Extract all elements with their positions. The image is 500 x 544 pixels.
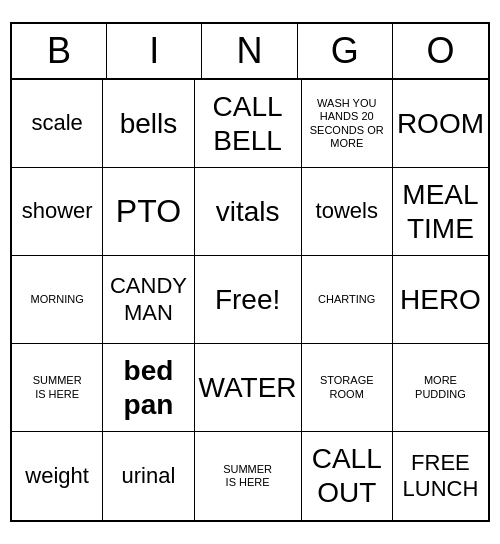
bingo-cell-23: CALL OUT	[302, 432, 393, 520]
cell-text-6: PTO	[116, 192, 181, 230]
bingo-cell-24: FREE LUNCH	[393, 432, 488, 520]
header-letter-o: O	[393, 24, 488, 78]
cell-text-14: HERO	[400, 283, 481, 317]
bingo-cell-22: SUMMER IS HERE	[195, 432, 302, 520]
cell-text-3: WASH YOU HANDS 20 SECONDS OR MORE	[306, 97, 388, 150]
bingo-cell-1: bells	[103, 80, 194, 168]
cell-text-9: MEAL TIME	[402, 178, 478, 245]
bingo-cell-14: HERO	[393, 256, 488, 344]
cell-text-7: vitals	[216, 195, 280, 229]
bingo-cell-13: CHARTING	[302, 256, 393, 344]
bingo-cell-5: shower	[12, 168, 103, 256]
bingo-cell-3: WASH YOU HANDS 20 SECONDS OR MORE	[302, 80, 393, 168]
bingo-cell-4: ROOM	[393, 80, 488, 168]
cell-text-11: CANDY MAN	[110, 273, 187, 326]
bingo-cell-21: urinal	[103, 432, 194, 520]
bingo-cell-11: CANDY MAN	[103, 256, 194, 344]
cell-text-20: weight	[25, 463, 89, 489]
cell-text-1: bells	[120, 107, 178, 141]
bingo-header: BINGO	[12, 24, 488, 80]
header-letter-i: I	[107, 24, 202, 78]
cell-text-13: CHARTING	[318, 293, 375, 306]
bingo-cell-17: WATER	[195, 344, 302, 432]
header-letter-g: G	[298, 24, 393, 78]
bingo-cell-16: bed pan	[103, 344, 194, 432]
cell-text-22: SUMMER IS HERE	[223, 463, 272, 489]
cell-text-10: MORNING	[31, 293, 84, 306]
bingo-cell-19: MORE PUDDING	[393, 344, 488, 432]
cell-text-19: MORE PUDDING	[415, 374, 466, 400]
cell-text-0: scale	[31, 110, 82, 136]
bingo-cell-10: MORNING	[12, 256, 103, 344]
cell-text-2: CALL BELL	[213, 90, 283, 157]
cell-text-18: STORAGE ROOM	[320, 374, 374, 400]
cell-text-5: shower	[22, 198, 93, 224]
bingo-cell-2: CALL BELL	[195, 80, 302, 168]
cell-text-24: FREE LUNCH	[403, 450, 479, 503]
bingo-cell-12: Free!	[195, 256, 302, 344]
cell-text-16: bed pan	[124, 354, 174, 421]
bingo-grid: scalebellsCALL BELLWASH YOU HANDS 20 SEC…	[12, 80, 488, 520]
bingo-cell-9: MEAL TIME	[393, 168, 488, 256]
cell-text-8: towels	[316, 198, 378, 224]
header-letter-b: B	[12, 24, 107, 78]
bingo-cell-0: scale	[12, 80, 103, 168]
bingo-cell-18: STORAGE ROOM	[302, 344, 393, 432]
header-letter-n: N	[202, 24, 297, 78]
cell-text-21: urinal	[122, 463, 176, 489]
cell-text-12: Free!	[215, 283, 280, 317]
bingo-cell-7: vitals	[195, 168, 302, 256]
cell-text-15: SUMMER IS HERE	[33, 374, 82, 400]
bingo-cell-6: PTO	[103, 168, 194, 256]
cell-text-4: ROOM	[397, 107, 484, 141]
bingo-card: BINGO scalebellsCALL BELLWASH YOU HANDS …	[10, 22, 490, 522]
cell-text-17: WATER	[199, 371, 297, 405]
bingo-cell-8: towels	[302, 168, 393, 256]
bingo-cell-20: weight	[12, 432, 103, 520]
bingo-cell-15: SUMMER IS HERE	[12, 344, 103, 432]
cell-text-23: CALL OUT	[312, 442, 382, 509]
